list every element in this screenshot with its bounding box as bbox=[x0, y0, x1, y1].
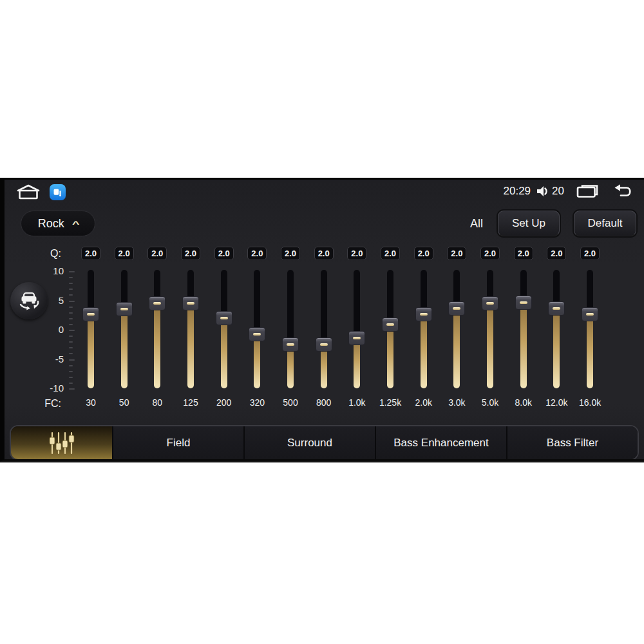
equalizer-screen: 20:29 20 Rock ^ All Set Up Default Q: bbox=[0, 178, 644, 462]
tab-field[interactable]: Field bbox=[113, 426, 245, 459]
eq-slider-handle[interactable] bbox=[216, 311, 232, 325]
eq-band-column: 2.050 bbox=[108, 247, 141, 415]
q-value-badge[interactable]: 2.0 bbox=[81, 247, 100, 260]
q-value-badge[interactable]: 2.0 bbox=[447, 247, 466, 260]
eq-slider-handle[interactable] bbox=[282, 337, 299, 352]
track-gold-segment bbox=[453, 308, 460, 388]
axis-tick bbox=[69, 353, 73, 354]
car-rotate-icon bbox=[15, 287, 43, 314]
eq-slider-handle[interactable] bbox=[548, 301, 565, 316]
q-value-badge[interactable]: 2.0 bbox=[281, 247, 300, 260]
eq-slider-track[interactable] bbox=[187, 270, 194, 388]
eq-slider-track[interactable] bbox=[553, 270, 560, 388]
axis-tick bbox=[69, 347, 73, 348]
axis-label: 10 bbox=[42, 265, 64, 277]
eq-slider-track[interactable] bbox=[487, 270, 493, 388]
q-value-badge[interactable]: 2.0 bbox=[214, 247, 234, 260]
eq-slider-track[interactable] bbox=[354, 270, 360, 388]
handle-grip-line bbox=[87, 313, 95, 316]
eq-band-column: 2.01.25k bbox=[374, 247, 407, 415]
track-upper-segment bbox=[321, 270, 327, 345]
track-gold-segment bbox=[587, 314, 593, 388]
recents-icon[interactable] bbox=[576, 183, 599, 200]
status-bar-right: 20:29 20 bbox=[504, 183, 634, 200]
eq-slider-track[interactable] bbox=[421, 270, 427, 388]
eq-band-column: 2.02.0k bbox=[407, 247, 440, 415]
eq-slider-handle[interactable] bbox=[116, 302, 133, 316]
q-value-badge[interactable]: 2.0 bbox=[314, 247, 334, 260]
eq-slider-track[interactable] bbox=[520, 270, 527, 388]
track-gold-segment bbox=[121, 309, 128, 388]
eq-slider-handle[interactable] bbox=[482, 296, 498, 310]
eq-band-column: 2.012.0k bbox=[540, 247, 573, 415]
handle-grip-line bbox=[520, 301, 527, 304]
handle-grip-line bbox=[386, 323, 394, 326]
eq-slider-track[interactable] bbox=[287, 270, 294, 388]
tab-bass-enhancement[interactable]: Bass Enhancement bbox=[376, 426, 507, 459]
set-up-button[interactable]: Set Up bbox=[498, 211, 560, 236]
eq-slider-handle[interactable] bbox=[182, 296, 199, 310]
eq-slider-handle[interactable] bbox=[415, 307, 432, 321]
q-value-badge[interactable]: 2.0 bbox=[414, 247, 433, 260]
axis-tick bbox=[69, 307, 73, 308]
q-value-badge[interactable]: 2.0 bbox=[381, 247, 400, 260]
handle-grip-line bbox=[220, 317, 228, 319]
eq-slider-handle[interactable] bbox=[348, 331, 365, 345]
home-icon[interactable] bbox=[16, 184, 41, 200]
q-value-badge[interactable]: 2.0 bbox=[480, 247, 500, 260]
handle-grip-line bbox=[353, 337, 361, 339]
q-value-badge[interactable]: 2.0 bbox=[147, 247, 167, 260]
eq-slider-track[interactable] bbox=[88, 270, 94, 388]
freq-label: 16.0k bbox=[569, 397, 611, 408]
eq-slider-handle[interactable] bbox=[82, 307, 99, 321]
q-value-badge[interactable]: 2.0 bbox=[247, 247, 267, 260]
eq-slider-track[interactable] bbox=[154, 270, 160, 388]
q-value-badge[interactable]: 2.0 bbox=[514, 247, 533, 260]
fc-row-label: FC: bbox=[38, 397, 61, 410]
eq-slider-track[interactable] bbox=[121, 270, 128, 388]
back-icon[interactable] bbox=[613, 183, 634, 200]
status-bar-left bbox=[16, 184, 66, 200]
eq-slider-track[interactable] bbox=[587, 270, 593, 388]
q-value-badge[interactable]: 2.0 bbox=[580, 247, 600, 260]
eq-slider-track[interactable] bbox=[321, 270, 327, 388]
preset-dropdown[interactable]: Rock ^ bbox=[21, 211, 95, 236]
clock: 20:29 bbox=[504, 183, 531, 200]
eq-slider-handle[interactable] bbox=[149, 296, 166, 310]
default-button[interactable]: Default bbox=[574, 211, 636, 236]
q-value-badge[interactable]: 2.0 bbox=[547, 247, 566, 260]
q-value-badge[interactable]: 2.0 bbox=[181, 247, 200, 260]
eq-slider-handle[interactable] bbox=[316, 337, 332, 352]
preset-label: Rock bbox=[38, 217, 64, 231]
q-value-badge[interactable]: 2.0 bbox=[115, 247, 134, 260]
tab-surround[interactable]: Surround bbox=[245, 426, 376, 459]
eq-slider-handle[interactable] bbox=[448, 301, 465, 316]
axis-label: -10 bbox=[42, 383, 64, 394]
eq-slider-handle[interactable] bbox=[249, 327, 265, 341]
q-value-badge[interactable]: 2.0 bbox=[347, 247, 366, 260]
eq-slider-handle[interactable] bbox=[515, 296, 532, 310]
handle-grip-line bbox=[486, 302, 494, 305]
handle-grip-line bbox=[420, 313, 428, 316]
eq-slider-handle[interactable] bbox=[582, 307, 598, 321]
speaker-icon[interactable] bbox=[535, 184, 550, 199]
eq-slider-handle[interactable] bbox=[382, 317, 399, 332]
track-gold-segment bbox=[553, 308, 560, 388]
eq-band-column: 2.08.0k bbox=[507, 247, 540, 415]
tab-equalizer-active[interactable] bbox=[11, 426, 113, 459]
eq-slider-track[interactable] bbox=[453, 270, 460, 388]
handle-grip-line bbox=[253, 333, 261, 336]
all-label[interactable]: All bbox=[463, 211, 490, 236]
track-gold-segment bbox=[154, 303, 160, 388]
sound-position-button[interactable] bbox=[10, 282, 48, 319]
axis-tick bbox=[69, 289, 73, 290]
eq-slider-track[interactable] bbox=[221, 270, 227, 388]
handle-grip-line bbox=[453, 307, 460, 310]
eq-band-column: 2.01.0k bbox=[340, 247, 374, 415]
eq-band-column: 2.0125 bbox=[174, 247, 207, 415]
music-app-icon[interactable] bbox=[50, 184, 66, 200]
track-gold-segment bbox=[387, 325, 393, 388]
handle-grip-line bbox=[153, 302, 161, 305]
axis-tick bbox=[69, 283, 73, 284]
tab-bass-filter[interactable]: Bass Filter bbox=[507, 426, 638, 459]
